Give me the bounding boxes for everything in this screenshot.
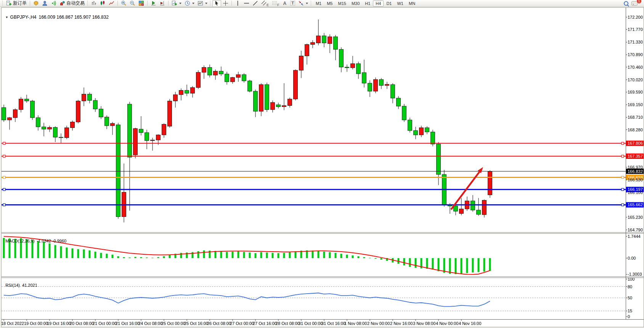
channel-button[interactable]: E xyxy=(260,0,270,7)
zoom-in-button[interactable] xyxy=(119,0,128,7)
line-handle[interactable] xyxy=(3,155,5,157)
bar-chart-button[interactable] xyxy=(90,0,98,7)
timeframe-h4-button[interactable]: H4 xyxy=(373,0,384,6)
candlestick-chart-button[interactable] xyxy=(98,0,107,7)
symbol-title: GBPJPY-,H4 xyxy=(10,15,37,20)
candle xyxy=(196,70,201,89)
timeframe-d1-button[interactable]: D1 xyxy=(384,0,394,6)
channel-icon xyxy=(261,0,267,6)
templates-button[interactable] xyxy=(196,0,209,7)
candle xyxy=(488,170,492,198)
trendline-button[interactable] xyxy=(251,0,260,7)
indicators-button[interactable] xyxy=(170,0,183,7)
candlestick-chart-icon xyxy=(100,0,106,6)
candle xyxy=(294,69,298,100)
svg-text:170.890: 170.890 xyxy=(628,52,643,57)
timeframe-m5-button[interactable]: M5 xyxy=(324,0,335,6)
line-handle[interactable] xyxy=(622,142,624,144)
candle xyxy=(168,99,172,128)
line-handle[interactable] xyxy=(622,204,624,206)
candle xyxy=(265,82,269,112)
timeframe-w1-button[interactable]: W1 xyxy=(394,0,406,6)
chart-shift-icon xyxy=(159,0,165,6)
text-label-icon: T xyxy=(290,1,295,6)
arrows-button[interactable] xyxy=(297,0,310,7)
toolbar: 新订单 自动交易 E F A T M1 M5 M15 M30 H1 H4 D1 … xyxy=(0,0,644,7)
line-handle[interactable] xyxy=(3,188,5,191)
svg-text:21 Oct 16:00: 21 Oct 16:00 xyxy=(116,321,140,326)
toolbar-grip xyxy=(311,1,312,6)
rsi-title: RSI(14) xyxy=(5,283,20,288)
svg-text:19 Oct 16:00: 19 Oct 16:00 xyxy=(47,321,71,326)
timeframe-m15-button[interactable]: M15 xyxy=(335,0,348,6)
svg-text:0.00: 0.00 xyxy=(628,256,636,260)
clock-icon xyxy=(185,0,190,6)
line-handle[interactable] xyxy=(3,142,5,144)
text-button[interactable]: A xyxy=(281,0,289,7)
vertical-line-button[interactable] xyxy=(233,0,242,7)
svg-text:171.330: 171.330 xyxy=(628,40,643,44)
line-handle[interactable] xyxy=(3,176,5,179)
svg-text:165.230: 165.230 xyxy=(628,215,643,220)
tile-windows-button[interactable] xyxy=(137,0,146,7)
new-order-button[interactable]: 新订单 xyxy=(5,0,28,7)
timeframe-mn-button[interactable]: MN xyxy=(406,0,418,6)
svg-text:166.832: 166.832 xyxy=(628,169,643,174)
svg-text:24 Oct 08:00: 24 Oct 08:00 xyxy=(138,321,162,326)
svg-text:169.150: 169.150 xyxy=(628,102,643,107)
chart-shift-button[interactable] xyxy=(158,0,167,7)
tile-windows-icon xyxy=(138,0,144,6)
signal-button[interactable] xyxy=(49,0,58,7)
fibonacci-button[interactable]: F xyxy=(270,0,281,7)
line-handle[interactable] xyxy=(622,155,624,157)
cursor-button[interactable] xyxy=(212,0,221,7)
svg-text:169.590: 169.590 xyxy=(628,90,643,94)
candle xyxy=(374,78,378,93)
profile-button[interactable] xyxy=(40,0,49,7)
timeframe-h1-button[interactable]: H1 xyxy=(362,0,373,6)
svg-text:166.100: 166.100 xyxy=(628,190,643,195)
svg-text:1 Nov 08:00: 1 Nov 08:00 xyxy=(344,321,367,326)
line-handle[interactable] xyxy=(622,188,624,191)
svg-text:168.280: 168.280 xyxy=(628,128,643,132)
periods-button[interactable] xyxy=(183,0,196,7)
horizontal-line-button[interactable] xyxy=(242,0,251,7)
svg-text:20 Oct 08:00: 20 Oct 08:00 xyxy=(70,321,94,326)
crosshair-icon xyxy=(223,0,228,6)
svg-text:168.710: 168.710 xyxy=(628,115,643,120)
dropdown-caret-icon xyxy=(205,3,207,4)
svg-text:170.020: 170.020 xyxy=(628,78,643,82)
person-icon xyxy=(42,0,48,6)
trendline-icon xyxy=(252,0,258,6)
symbol-ohlc-line[interactable]: GBPJPY-,H4166.009 166.867 165.907 166.83… xyxy=(3,9,109,20)
svg-text:26 Oct 08:00: 26 Oct 08:00 xyxy=(207,321,231,326)
market-watch-button[interactable] xyxy=(32,0,40,7)
svg-text:165.662: 165.662 xyxy=(628,202,643,207)
line-handle[interactable] xyxy=(622,176,624,179)
text-icon: A xyxy=(283,1,287,6)
search-button[interactable] xyxy=(622,0,630,7)
crosshair-button[interactable] xyxy=(221,0,230,7)
svg-text:3 Nov 08:00: 3 Nov 08:00 xyxy=(413,321,435,326)
auto-scroll-button[interactable] xyxy=(149,0,158,7)
autotrade-button[interactable]: 自动交易 xyxy=(58,0,86,7)
svg-text:2 Nov 00:00: 2 Nov 00:00 xyxy=(367,321,390,326)
svg-text:2 Nov 16:00: 2 Nov 16:00 xyxy=(390,321,413,326)
line-handle[interactable] xyxy=(3,204,5,206)
search-icon xyxy=(624,1,628,6)
zoom-out-button[interactable] xyxy=(128,0,137,7)
svg-text:18 Oct 2022: 18 Oct 2022 xyxy=(1,321,24,326)
timeframe-m30-button[interactable]: M30 xyxy=(349,0,362,6)
text-label-button[interactable]: T xyxy=(289,0,297,7)
autotrade-icon xyxy=(59,0,65,6)
candle xyxy=(65,126,69,139)
notification-badge: 1 xyxy=(636,0,642,4)
chart-canvas[interactable]: 167.806167.357166.832166.619166.197165.6… xyxy=(0,0,644,328)
svg-text:167.806: 167.806 xyxy=(628,141,643,145)
dropdown-caret-icon xyxy=(306,3,308,4)
notifications-button[interactable]: 1 xyxy=(630,0,639,7)
timeframe-m1-button[interactable]: M1 xyxy=(313,0,324,6)
line-chart-button[interactable] xyxy=(107,0,116,7)
toolbar-grip xyxy=(87,1,88,6)
chart-window-background xyxy=(1,7,644,327)
